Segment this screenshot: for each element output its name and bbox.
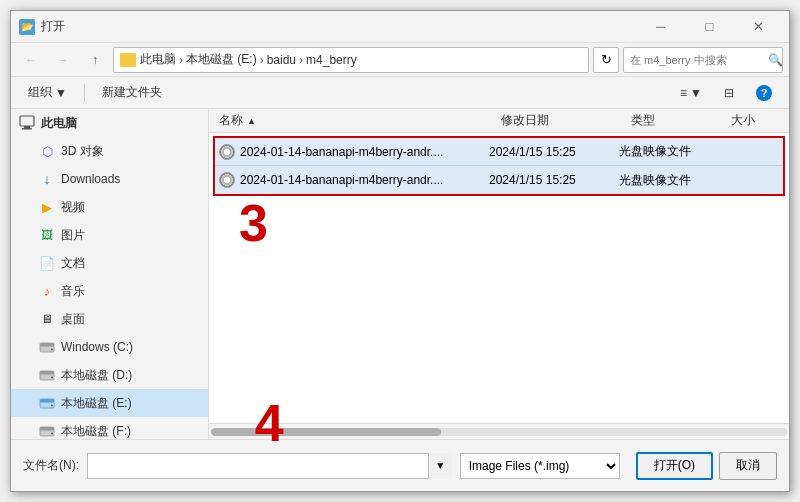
forward-button[interactable]: → bbox=[49, 47, 77, 73]
file-type-2: 光盘映像文件 bbox=[619, 172, 719, 189]
file-row-2[interactable]: 2024-01-14-bananapi-m4berry-andr.... 202… bbox=[215, 166, 783, 194]
scrollbar-track bbox=[211, 428, 787, 436]
search-input[interactable] bbox=[630, 54, 768, 66]
sort-arrow-icon: ▲ bbox=[247, 116, 256, 126]
filename-wrapper: ▼ 4 bbox=[87, 453, 452, 479]
music-icon: ♪ bbox=[39, 283, 55, 299]
scrollbar-thumb bbox=[211, 428, 441, 436]
maximize-button[interactable]: □ bbox=[687, 13, 732, 41]
filetype-select[interactable]: Image Files (*.img) All Files (*.*) bbox=[460, 453, 620, 479]
bottom-bar: 文件名(N): ▼ 4 Image Files (*.img) All File… bbox=[11, 439, 789, 491]
sidebar-item-pictures[interactable]: 🖼 图片 bbox=[11, 221, 208, 249]
disc-icon-1 bbox=[219, 144, 235, 160]
detail-button[interactable]: ⊟ bbox=[715, 81, 743, 105]
back-button[interactable]: ← bbox=[17, 47, 45, 73]
sidebar-item-win-c-label: Windows (C:) bbox=[61, 340, 133, 354]
view-arrow-icon: ▼ bbox=[690, 86, 702, 100]
selection-border: 2024-01-14-bananapi-m4berry-andr.... 202… bbox=[213, 136, 785, 196]
sidebar-item-drive-f[interactable]: 本地磁盘 (F:) bbox=[11, 417, 208, 439]
sidebar-item-drive-d[interactable]: 本地磁盘 (D:) bbox=[11, 361, 208, 389]
new-folder-button[interactable]: 新建文件夹 bbox=[93, 81, 171, 105]
disc-icon-2 bbox=[219, 172, 235, 188]
refresh-button[interactable]: ↻ bbox=[593, 47, 619, 73]
open-dialog: 📂 打开 ─ □ ✕ ← → ↑ 此电脑 › 本地磁盘 (E:) › baidu… bbox=[10, 10, 790, 492]
sidebar-item-docs[interactable]: 📄 文档 bbox=[11, 249, 208, 277]
drive-d-icon bbox=[39, 367, 55, 383]
sidebar-item-drive-e[interactable]: 本地磁盘 (E:) bbox=[11, 389, 208, 417]
view-icon: ≡ bbox=[680, 86, 687, 100]
svg-point-5 bbox=[51, 349, 53, 351]
sidebar: 此电脑 ⬡ 3D 对象 ↓ Downloads ▶ 视频 🖼 图片 bbox=[11, 109, 209, 439]
sidebar-item-pictures-label: 图片 bbox=[61, 227, 85, 244]
sidebar-item-pc[interactable]: 此电脑 bbox=[11, 109, 208, 137]
help-button[interactable]: ? bbox=[747, 81, 781, 105]
detail-icon: ⊟ bbox=[724, 86, 734, 100]
3d-icon: ⬡ bbox=[39, 143, 55, 159]
col-header-date[interactable]: 修改日期 bbox=[495, 109, 625, 133]
sidebar-item-desktop[interactable]: 🖥 桌面 bbox=[11, 305, 208, 333]
video-icon: ▶ bbox=[39, 199, 55, 215]
file-list-header: 名称 ▲ 修改日期 类型 大小 bbox=[209, 109, 789, 133]
up-button[interactable]: ↑ bbox=[81, 47, 109, 73]
search-box[interactable]: 🔍 bbox=[623, 47, 783, 73]
sidebar-item-music[interactable]: ♪ 音乐 bbox=[11, 277, 208, 305]
sidebar-item-drive-d-label: 本地磁盘 (D:) bbox=[61, 367, 132, 384]
svg-rect-2 bbox=[22, 128, 32, 130]
svg-point-14 bbox=[51, 433, 53, 435]
svg-rect-1 bbox=[24, 126, 30, 128]
file-date-1: 2024/1/15 15:25 bbox=[489, 145, 619, 159]
dialog-icon: 📂 bbox=[19, 19, 35, 35]
svg-rect-13 bbox=[40, 427, 54, 431]
sidebar-item-docs-label: 文档 bbox=[61, 255, 85, 272]
sidebar-item-downloads[interactable]: ↓ Downloads bbox=[11, 165, 208, 193]
address-path[interactable]: 此电脑 › 本地磁盘 (E:) › baidu › m4_berry bbox=[113, 47, 589, 73]
svg-rect-10 bbox=[40, 399, 54, 403]
new-folder-label: 新建文件夹 bbox=[102, 84, 162, 101]
file-name-2: 2024-01-14-bananapi-m4berry-andr.... bbox=[240, 173, 443, 187]
sidebar-item-3d-label: 3D 对象 bbox=[61, 143, 104, 160]
col-header-name[interactable]: 名称 ▲ bbox=[213, 109, 495, 133]
sidebar-item-pc-label: 此电脑 bbox=[41, 115, 77, 132]
drive-c-icon bbox=[39, 339, 55, 355]
filename-input[interactable] bbox=[87, 453, 452, 479]
sidebar-item-drive-e-label: 本地磁盘 (E:) bbox=[61, 395, 132, 412]
view-button[interactable]: ≡ ▼ bbox=[671, 81, 711, 105]
organize-button[interactable]: 组织 ▼ bbox=[19, 81, 76, 105]
col-header-type[interactable]: 类型 bbox=[625, 109, 725, 133]
organize-label: 组织 bbox=[28, 84, 52, 101]
search-icon: 🔍 bbox=[768, 53, 783, 67]
cancel-button-label: 取消 bbox=[736, 458, 760, 472]
path-segment-drive: 本地磁盘 (E:) bbox=[186, 51, 257, 68]
filename-dropdown-icon[interactable]: ▼ bbox=[428, 453, 452, 479]
file-date-2: 2024/1/15 15:25 bbox=[489, 173, 619, 187]
close-button[interactable]: ✕ bbox=[736, 13, 781, 41]
pictures-icon: 🖼 bbox=[39, 227, 55, 243]
col-header-size[interactable]: 大小 bbox=[725, 109, 785, 133]
organize-arrow-icon: ▼ bbox=[55, 86, 67, 100]
toolbar-separator bbox=[84, 84, 85, 102]
sidebar-item-win-c[interactable]: Windows (C:) bbox=[11, 333, 208, 361]
sidebar-item-desktop-label: 桌面 bbox=[61, 311, 85, 328]
svg-rect-4 bbox=[40, 343, 54, 347]
drive-e-icon bbox=[39, 395, 55, 411]
file-name-1: 2024-01-14-bananapi-m4berry-andr.... bbox=[240, 145, 443, 159]
pc-icon bbox=[19, 115, 35, 131]
open-button[interactable]: 打开(O) bbox=[636, 452, 713, 480]
minimize-button[interactable]: ─ bbox=[638, 13, 683, 41]
svg-point-11 bbox=[51, 405, 53, 407]
sidebar-item-music-label: 音乐 bbox=[61, 283, 85, 300]
toolbar: 组织 ▼ 新建文件夹 ≡ ▼ ⊟ ? bbox=[11, 77, 789, 109]
sidebar-item-3d[interactable]: ⬡ 3D 对象 bbox=[11, 137, 208, 165]
desktop-icon: 🖥 bbox=[39, 311, 55, 327]
path-segment-m4berry: m4_berry bbox=[306, 53, 357, 67]
cancel-button[interactable]: 取消 bbox=[719, 452, 777, 480]
drive-f-icon bbox=[39, 423, 55, 439]
file-row-1[interactable]: 2024-01-14-bananapi-m4berry-andr.... 202… bbox=[215, 138, 783, 166]
file-list-body: 2024-01-14-bananapi-m4berry-andr.... 202… bbox=[209, 133, 789, 423]
filename-label: 文件名(N): bbox=[23, 457, 79, 474]
sidebar-item-video[interactable]: ▶ 视频 bbox=[11, 193, 208, 221]
downloads-icon: ↓ bbox=[39, 171, 55, 187]
h-scrollbar[interactable] bbox=[209, 423, 789, 439]
path-segment-pc: 此电脑 bbox=[140, 51, 176, 68]
docs-icon: 📄 bbox=[39, 255, 55, 271]
